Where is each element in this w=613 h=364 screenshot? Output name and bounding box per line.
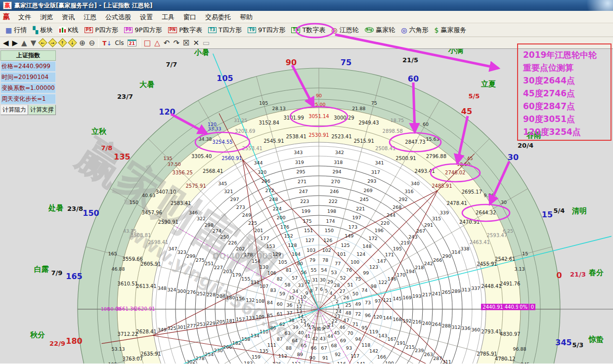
svg-text:121: 121 [383, 297, 392, 303]
pointer-up-icon[interactable]: ▲ [21, 39, 27, 47]
toolbar-button-行情[interactable]: ▦行情 [3, 25, 29, 36]
menu-item-4[interactable]: 公式选股 [101, 12, 135, 22]
svg-text:99: 99 [363, 270, 369, 276]
move-down-icon[interactable]: ↓ [68, 38, 77, 47]
sort-icon[interactable]: T↓ [102, 38, 111, 47]
toolbar-button-赢家服务[interactable]: $赢家服务 [432, 25, 469, 36]
svg-text:326: 326 [177, 363, 186, 364]
svg-text:192: 192 [402, 318, 411, 324]
svg-text:98: 98 [371, 283, 377, 289]
svg-text:56: 56 [301, 270, 306, 275]
svg-text:225: 225 [248, 220, 257, 226]
toolbar-button-江恩轮[interactable]: ◎江恩轮 [329, 25, 361, 36]
rotate-ccw-icon[interactable]: ↶ [164, 39, 170, 47]
info-row-3: 周天变化步长=1 [0, 94, 56, 104]
svg-text:172: 172 [369, 236, 378, 241]
menu-item-1[interactable]: 浏览 [36, 12, 57, 22]
toolbar-label: 9P四方形 [134, 26, 162, 35]
toolbar-button-P数字表[interactable]: PNP数字表 [166, 25, 205, 36]
menu-item-6[interactable]: 工具 [157, 12, 179, 22]
svg-text:135: 135 [114, 152, 130, 162]
zoom-out-icon[interactable]: ⊖ [89, 39, 95, 47]
move-left-icon[interactable]: ← [38, 38, 47, 47]
toolbar-button-T数字表[interactable]: TNT数字表 [289, 25, 328, 36]
svg-text:5: 5 [325, 288, 328, 293]
cls-button[interactable]: Cls [115, 39, 124, 47]
svg-text:27: 27 [340, 288, 346, 294]
calc-resistance-button[interactable]: 计算阻力 [0, 105, 28, 115]
move-up-icon[interactable]: ↑ [58, 38, 67, 47]
menu-item-7[interactable]: 窗口 [179, 12, 201, 22]
toolbar-button-赢家轮[interactable]: Big赢家轮 [362, 25, 398, 36]
svg-text:151: 151 [304, 228, 313, 233]
rotate-cw-icon[interactable]: ↷ [173, 39, 179, 47]
svg-text:7/8: 7/8 [101, 144, 113, 152]
svg-text:204: 204 [217, 293, 225, 299]
toolbar-label: K线 [68, 26, 79, 35]
svg-text:3356.25: 3356.25 [173, 170, 193, 175]
menu-item-5[interactable]: 设置 [135, 12, 157, 22]
menu-item-0[interactable]: 文件 [14, 12, 36, 22]
pn-icon: PN [168, 27, 177, 33]
svg-text:秋分: 秋分 [30, 330, 45, 339]
zoom-in-icon[interactable]: ⊕ [79, 39, 86, 47]
toolbar-button-9T四方形[interactable]: T99T四方形 [245, 25, 288, 36]
svg-text:148: 148 [362, 243, 371, 249]
svg-text:60: 60 [277, 301, 283, 307]
toolbar-button-六角形[interactable]: ◎六角形 [398, 25, 431, 36]
pointer-down-icon[interactable]: ▼ [31, 39, 37, 47]
svg-text:77: 77 [335, 261, 341, 266]
forward-icon[interactable]: ▶ [12, 39, 18, 47]
calendar-icon[interactable]: 21 [128, 40, 137, 46]
move-right-icon[interactable]: → [48, 38, 57, 47]
svg-text:278: 278 [196, 356, 205, 361]
svg-text:224: 224 [273, 206, 282, 211]
cross-tool-icon[interactable]: ✕ [193, 39, 199, 47]
toolbar-button-T四方形[interactable]: T3T四方形 [206, 25, 244, 36]
toolbar-button-K线[interactable]: K线 [56, 25, 81, 36]
svg-text:128: 128 [288, 243, 297, 248]
svg-text:3152.84: 3152.84 [259, 120, 279, 125]
presentation-icon[interactable]: ▭ [203, 39, 210, 47]
svg-text:177: 177 [260, 236, 269, 241]
svg-text:7: 7 [315, 286, 318, 292]
menu-item-9[interactable]: 帮助 [235, 12, 257, 22]
svg-text:248: 248 [269, 197, 278, 202]
svg-text:2455.91: 2455.91 [477, 261, 497, 267]
back-icon[interactable]: ◀ [3, 39, 9, 47]
svg-text:35: 35 [289, 295, 295, 300]
svg-text:195: 195 [108, 362, 117, 364]
svg-text:216: 216 [412, 319, 421, 324]
hexagon-icon: ◎ [401, 27, 407, 34]
svg-text:265: 265 [442, 289, 451, 295]
svg-text:125: 125 [341, 243, 350, 248]
menu-item-2[interactable]: 资讯 [57, 12, 79, 22]
svg-text:103: 103 [306, 247, 315, 253]
svg-text:198: 198 [327, 208, 336, 214]
svg-text:清明: 清明 [571, 206, 587, 215]
triangle-tool-icon[interactable]: △ [154, 39, 160, 47]
svg-text:266: 266 [433, 257, 442, 263]
svg-text:2463.41: 2463.41 [470, 240, 490, 245]
svg-text:12: 12 [296, 304, 302, 309]
svg-text:196: 196 [375, 228, 384, 233]
svg-text:62: 62 [279, 322, 285, 327]
square-tool-icon[interactable]: □ [144, 39, 151, 47]
toolbar-button-P四方形[interactable]: PSP四方形 [82, 25, 121, 36]
svg-text:2478.41: 2478.41 [447, 201, 467, 206]
svg-text:289: 289 [452, 288, 461, 294]
toolbar-button-板块[interactable]: ▚板块 [30, 25, 55, 36]
toolbar-button-9P四方形[interactable]: P99P四方形 [122, 25, 165, 36]
note-line-5: 90度3051点 [523, 113, 608, 125]
svg-text:203: 203 [223, 269, 232, 274]
svg-text:小满: 小满 [448, 49, 463, 55]
note-line-4: 60度2847点 [523, 100, 608, 113]
svg-text:3763.07: 3763.07 [123, 356, 143, 362]
calc-support-button[interactable]: 计算支撑 [28, 105, 56, 115]
menu-item-3[interactable]: 江恩 [79, 12, 101, 22]
box-x-icon[interactable]: ☒ [183, 39, 189, 47]
menu-item-8[interactable]: 交易委托 [201, 12, 235, 22]
svg-text:291: 291 [424, 222, 433, 228]
svg-text:1: 1 [337, 304, 340, 309]
svg-text:24: 24 [336, 309, 342, 314]
